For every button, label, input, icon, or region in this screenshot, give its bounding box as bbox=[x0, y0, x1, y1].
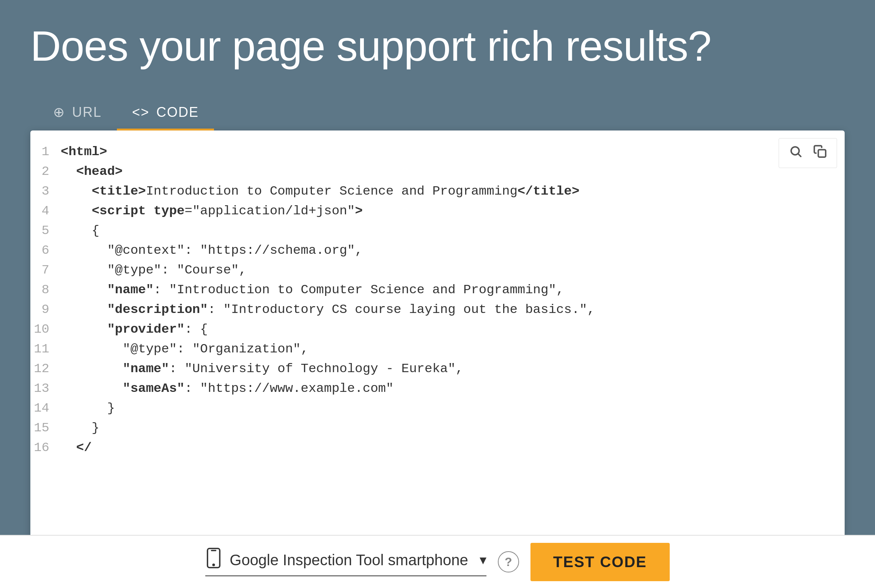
table-row: 4 <script type="application/ld+json"> bbox=[30, 201, 845, 221]
table-row: 10 "provider": { bbox=[30, 319, 845, 339]
help-icon: ? bbox=[505, 555, 512, 569]
code-editor: 1 <html> 2 <head> 3 <title>Introduction … bbox=[30, 130, 845, 588]
svg-point-4 bbox=[213, 564, 214, 566]
test-code-label: TEST CODE bbox=[553, 553, 647, 570]
device-selector[interactable]: Google Inspection Tool smartphone ▾ bbox=[205, 548, 486, 576]
table-row: 12 "name": "University of Technology - E… bbox=[30, 359, 845, 379]
table-row: 14 } bbox=[30, 398, 845, 418]
copy-button[interactable] bbox=[808, 141, 832, 165]
table-row: 9 "description": "Introductory CS course… bbox=[30, 300, 845, 319]
tabs-row: ⊕ URL <> CODE bbox=[30, 96, 845, 130]
globe-icon: ⊕ bbox=[53, 105, 65, 119]
test-code-button[interactable]: TEST CODE bbox=[530, 543, 670, 581]
code-area[interactable]: 1 <html> 2 <head> 3 <title>Introduction … bbox=[30, 130, 845, 588]
table-row: 5 { bbox=[30, 221, 845, 241]
table-row: 8 "name": "Introduction to Computer Scie… bbox=[30, 280, 845, 300]
smartphone-icon bbox=[205, 548, 222, 572]
tab-url[interactable]: ⊕ URL bbox=[38, 96, 117, 130]
table-row: 2 <head> bbox=[30, 162, 845, 181]
page-wrapper: Does your page support rich results? ⊕ U… bbox=[0, 0, 875, 588]
page-headline: Does your page support rich results? bbox=[30, 23, 845, 69]
code-icon: <> bbox=[132, 105, 150, 119]
search-icon bbox=[789, 145, 803, 162]
table-row: 3 <title>Introduction to Computer Scienc… bbox=[30, 181, 845, 201]
tab-url-label: URL bbox=[72, 104, 102, 120]
search-button[interactable] bbox=[784, 141, 808, 165]
table-row: 15 } bbox=[30, 418, 845, 438]
tab-code[interactable]: <> CODE bbox=[117, 96, 214, 130]
table-row: 7 "@type": "Course", bbox=[30, 260, 845, 280]
table-row: 16 </ bbox=[30, 438, 845, 458]
editor-toolbar bbox=[779, 138, 837, 168]
help-button[interactable]: ? bbox=[498, 551, 519, 572]
chevron-down-icon: ▾ bbox=[480, 552, 486, 568]
device-label: Google Inspection Tool smartphone bbox=[230, 552, 468, 569]
bottom-bar: Google Inspection Tool smartphone ▾ ? TE… bbox=[0, 535, 875, 588]
table-row: 6 "@context": "https://schema.org", bbox=[30, 241, 845, 260]
svg-line-1 bbox=[798, 154, 801, 157]
table-row: 13 "sameAs": "https://www.example.com" bbox=[30, 379, 845, 398]
table-row: 11 "@type": "Organization", bbox=[30, 339, 845, 359]
svg-rect-2 bbox=[818, 150, 826, 157]
table-row: 1 <html> bbox=[30, 142, 845, 162]
copy-icon bbox=[813, 145, 827, 162]
tab-code-label: CODE bbox=[156, 104, 199, 120]
